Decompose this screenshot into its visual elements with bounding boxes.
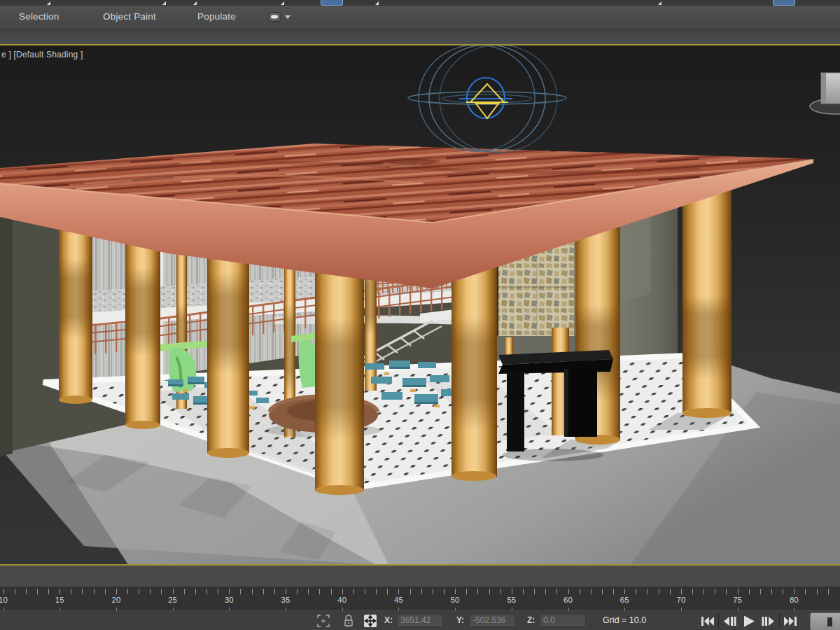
frame-tick <box>105 589 106 594</box>
frame-tick <box>308 589 309 594</box>
frame-tick <box>4 589 4 594</box>
frame-tick <box>659 589 659 594</box>
track-bar[interactable]: 101520253035404550556065707580 <box>0 587 840 610</box>
x-coord-field[interactable]: 3651.42 <box>397 614 443 626</box>
frame-tick <box>568 589 569 594</box>
frame-tick <box>286 589 286 594</box>
selection-lock-icon[interactable] <box>342 614 356 628</box>
absolute-mode-transform-icon[interactable] <box>363 614 377 628</box>
frame-number-label: 30 <box>225 596 234 604</box>
frame-tick <box>647 589 648 594</box>
y-coord-field[interactable]: -502.536 <box>469 614 515 626</box>
flyout-arrow-icon <box>281 1 284 5</box>
grid-size-readout: Grid = 10.0 <box>603 615 646 625</box>
next-frame-button[interactable] <box>759 612 778 629</box>
previous-frame-button[interactable] <box>720 612 739 629</box>
time-slider-track[interactable] <box>0 566 840 587</box>
frame-number-label: 60 <box>564 596 573 604</box>
flyout-arrow-icon <box>375 1 379 5</box>
frame-tick <box>523 589 524 594</box>
ribbon-tab-bar: Selection Object Paint Populate <box>0 6 840 28</box>
frame-tick <box>184 589 185 594</box>
tab-object-paint[interactable]: Object Paint <box>103 6 156 28</box>
play-button[interactable] <box>739 612 759 629</box>
go-to-end-button[interactable] <box>780 612 800 629</box>
frame-tick <box>489 589 490 594</box>
frame-tick <box>556 589 557 594</box>
frame-tick <box>398 589 399 594</box>
frame-tick <box>410 589 411 594</box>
frame-number-label: 55 <box>507 596 516 604</box>
frame-tick <box>274 589 275 594</box>
tab-selection[interactable]: Selection <box>19 6 59 28</box>
tab-populate[interactable]: Populate <box>197 6 236 28</box>
frame-tick <box>354 589 354 594</box>
frame-tick <box>670 589 671 594</box>
frame-number-label: 10 <box>0 596 8 604</box>
frame-tick <box>591 589 592 594</box>
frame-tick <box>738 589 738 594</box>
isolate-selection-icon[interactable] <box>316 614 330 628</box>
frame-tick <box>512 589 512 594</box>
frame-tick <box>387 589 388 594</box>
frame-tick <box>297 589 298 594</box>
frame-tick <box>477 589 478 594</box>
frame-tick <box>636 589 636 594</box>
frame-tick <box>444 589 444 594</box>
frame-tick <box>602 589 603 594</box>
frame-tick <box>26 589 27 594</box>
z-coord-field[interactable]: 0.0 <box>540 614 586 626</box>
frame-number-label: 25 <box>168 596 177 604</box>
frame-tick <box>240 589 241 594</box>
flyout-arrow-icon <box>162 1 166 5</box>
flyout-arrow-icon <box>193 1 197 5</box>
frame-number-label: 50 <box>451 596 460 604</box>
frame-tick <box>783 589 783 594</box>
frame-tick <box>365 589 365 594</box>
frame-number-label: 45 <box>394 596 403 604</box>
viewport-shading-label[interactable]: e ] [Default Shading ] <box>1 50 83 59</box>
frame-tick <box>331 589 332 594</box>
ribbon-body-collapsed <box>0 28 840 44</box>
frame-tick <box>37 589 38 594</box>
frame-tick <box>455 589 456 594</box>
frame-tick <box>624 589 625 594</box>
frame-tick <box>704 589 704 594</box>
frame-tick <box>59 589 60 594</box>
frame-tick <box>760 589 761 594</box>
frame-tick <box>195 589 196 594</box>
key-mode-toggle-button[interactable] <box>810 612 840 630</box>
frame-tick <box>206 589 207 594</box>
flyout-arrow-icon <box>658 1 662 5</box>
frame-tick <box>726 589 727 594</box>
frame-tick <box>376 589 377 594</box>
frame-tick <box>545 589 546 594</box>
z-coord-label: Z: <box>527 615 535 625</box>
perspective-viewport[interactable]: e ] [Default Shading ] <box>0 44 840 566</box>
frame-number-label: 35 <box>281 596 290 604</box>
ribbon-overflow-icon[interactable] <box>267 11 291 22</box>
frame-tick <box>263 589 264 594</box>
toolbar-button-active[interactable] <box>773 0 795 6</box>
status-bar: X: 3651.42 Y: -502.536 Z: 0.0 Grid = 10.… <box>0 610 840 630</box>
frame-tick <box>139 589 139 594</box>
frame-tick <box>342 589 343 594</box>
frame-tick <box>828 589 829 594</box>
frame-tick <box>252 589 253 594</box>
frame-tick <box>421 589 422 594</box>
toolbar-button-active[interactable] <box>321 0 343 6</box>
scene-canvas[interactable] <box>0 46 840 564</box>
frame-tick <box>794 589 794 594</box>
frame-tick <box>692 589 693 594</box>
key-mode-icon <box>827 617 832 626</box>
go-to-start-button[interactable] <box>698 612 718 629</box>
frame-tick <box>15 589 15 594</box>
frame-number-label: 80 <box>790 596 799 604</box>
frame-tick <box>681 589 682 594</box>
frame-tick <box>613 589 614 594</box>
frame-number-label: 40 <box>337 596 346 604</box>
frame-number-label: 15 <box>55 596 64 604</box>
frame-tick <box>805 589 806 594</box>
y-coord-label: Y: <box>456 615 464 625</box>
frame-tick <box>817 589 818 594</box>
